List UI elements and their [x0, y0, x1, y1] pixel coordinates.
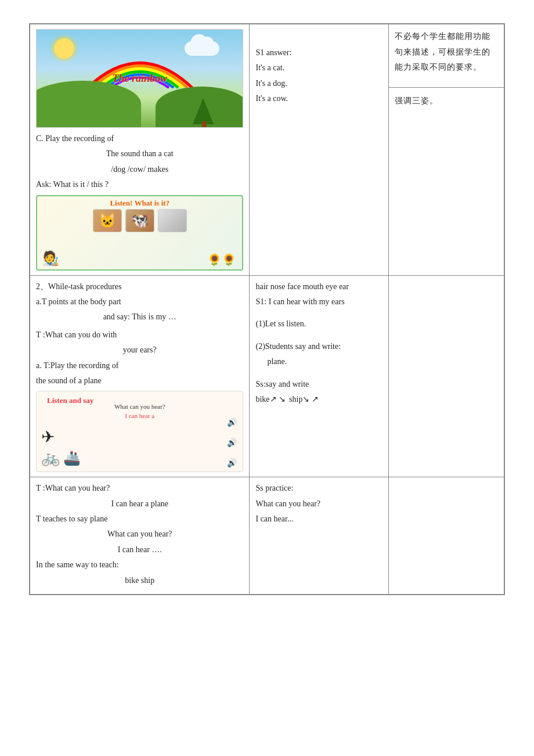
cow-picture — [158, 209, 187, 232]
bike-ship-tones: bike↗ ↘ ship↘ ↗ — [255, 393, 382, 406]
tree-decoration — [193, 98, 214, 124]
row1-col1: The rainbow C. Play the recording of The… — [30, 24, 250, 276]
page: The rainbow C. Play the recording of The… — [29, 23, 505, 595]
t-teaches-plane: T teaches to say plane — [36, 513, 243, 525]
row1-col3: 不必每个学生都能用功能句来描述，可根据学生的能力采取不同的要求。 强调三姿。 — [388, 24, 504, 276]
its-dog: It's a dog. — [255, 77, 382, 90]
bike-ship-text: bike ship — [36, 574, 243, 587]
what-can-ears-line1: T :What can you do with — [36, 329, 243, 341]
i-can-hear-plane: I can hear a plane — [36, 498, 243, 510]
cat-picture — [93, 209, 122, 232]
s1-hear-ears: S1: I can hear with my ears — [255, 296, 382, 308]
what-can-hear2: What can you hear? — [36, 528, 243, 541]
speaker-icon-2: 🔊 — [227, 438, 237, 448]
listen-say-title: Listen and say — [42, 394, 98, 408]
t-what-can-hear: T :What can you hear? — [36, 482, 243, 495]
points-body-line: a.T points at the body part — [36, 296, 243, 308]
s1-answer-label: S1 answer: — [255, 46, 382, 59]
row2-col3 — [388, 275, 504, 477]
row1-col2: S1 answer: It's a cat. It's a dog. It's … — [250, 24, 388, 276]
what-can-hear3: What can you hear? — [255, 498, 382, 510]
section-c-line1: C. Play the recording of — [36, 132, 243, 145]
table-row-2: 2、While-task procedures a.T points at th… — [30, 275, 504, 477]
row3-col2: Ss practice: What can you hear? I can he… — [250, 477, 388, 595]
i-can-hear-dots: I can hear …. — [36, 543, 243, 556]
flowers-decoration: 🌻🌻 — [207, 253, 236, 267]
col3-bottom-content: 强调三姿。 — [395, 96, 438, 105]
animal-box — [93, 209, 187, 232]
bike-boat-row: 🚲 🚢 — [41, 449, 81, 467]
this-is-my-line: and say: This is my … — [36, 311, 243, 323]
plane-text: plane. — [267, 355, 382, 368]
while-task-line: 2、While-task procedures — [36, 280, 243, 293]
content-table: The rainbow C. Play the recording of The… — [30, 24, 504, 595]
section-c-line4: Ask: What is it / this ? — [36, 178, 243, 191]
rainbow-image: The rainbow — [36, 29, 243, 128]
section-c-line2: The sound than a cat — [36, 147, 243, 160]
row3-col3 — [388, 477, 504, 595]
plane-icon: ✈ — [41, 427, 81, 447]
sun-decoration — [54, 38, 74, 59]
let-ss-listen: (1)Let ss listen. — [255, 318, 382, 330]
what-can-ears-line2: your ears? — [36, 344, 243, 357]
speaker-icons: 🔊 🔊 🔊 — [227, 417, 237, 468]
same-way-teach: In the same way to teach: — [36, 559, 243, 571]
col3-top-content: 不必每个学生都能用功能句来描述，可根据学生的能力采取不同的要求。 — [395, 32, 490, 71]
row3-col1-text: T :What can you hear? I can hear a plane… — [36, 482, 243, 587]
row2-col1: 2、While-task procedures a.T points at th… — [30, 275, 250, 477]
vehicles-container: ✈ 🚲 🚢 — [41, 427, 81, 467]
section-c-line3: /dog /cow/ makes — [36, 163, 243, 176]
tree-trunk — [202, 121, 207, 127]
bike-tone-text: bike↗ ↘ — [255, 393, 286, 406]
i-can-hear-answer: I can hear a — [125, 412, 154, 419]
table-row-1: The rainbow C. Play the recording of The… — [30, 24, 504, 276]
section-c-text: C. Play the recording of The sound than … — [36, 132, 243, 192]
listen-image: Listen! What is it? 🧑‍🎨 🌻🌻 — [36, 195, 243, 271]
listen-say-image: Listen and say What can you hear? I can … — [36, 391, 243, 472]
row3-col2-text: Ss practice: What can you hear? I can he… — [255, 482, 382, 525]
hill1-decoration — [36, 81, 141, 127]
listen-title: Listen! What is it? — [110, 199, 169, 208]
col3-bottom-text: 强调三姿。 — [395, 93, 498, 109]
speaker-icon-3: 🔊 — [227, 458, 237, 468]
ship-tone-text: ship↘ ↗ — [289, 393, 319, 406]
body-parts-text: hair nose face mouth eye ear — [255, 280, 382, 293]
row2-col2: hair nose face mouth eye ear S1: I can h… — [250, 275, 388, 477]
what-can-hear-subtitle: What can you hear? — [114, 403, 165, 410]
its-cat: It's a cat. — [255, 62, 382, 74]
play-recording-line1: a. T:Play the recording of — [36, 359, 243, 372]
ss-say-write: Ss:say and write — [255, 378, 382, 391]
speaker-icon-1: 🔊 — [227, 417, 237, 427]
table-row-3: T :What can you hear? I can hear a plane… — [30, 477, 504, 595]
s1-answer-block: S1 answer: It's a cat. It's a dog. It's … — [255, 46, 382, 106]
its-cow: It's a cow. — [255, 92, 382, 105]
students-say-write: (2)Students say and write: — [255, 340, 382, 353]
rainbow-title: The rainbow — [112, 73, 167, 85]
row2-text-block: 2、While-task procedures a.T points at th… — [36, 280, 243, 388]
col3-top-text: 不必每个学生都能用功能句来描述，可根据学生的能力采取不同的要求。 — [389, 24, 504, 88]
bike-icon: 🚲 — [41, 449, 60, 467]
row2-col2-text: hair nose face mouth eye ear S1: I can h… — [255, 280, 382, 406]
i-can-hear3: I can hear... — [255, 513, 382, 525]
row3-col1: T :What can you hear? I can hear a plane… — [30, 477, 250, 595]
boat-icon: 🚢 — [63, 450, 81, 466]
ss-practice: Ss practice: — [255, 482, 382, 495]
play-recording-line2: the sound of a plane — [36, 375, 243, 387]
painter-decoration: 🧑‍🎨 — [42, 250, 59, 267]
